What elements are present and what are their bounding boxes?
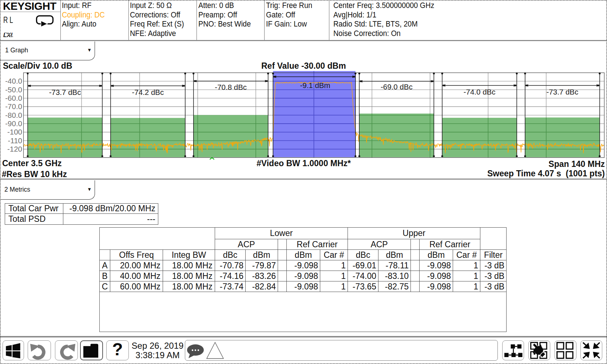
- svg-text:-120: -120: [7, 145, 22, 153]
- svg-text:-73.7 dBc: -73.7 dBc: [49, 88, 81, 96]
- svg-text:-50.0: -50.0: [5, 85, 22, 94]
- svg-text:-100: -100: [7, 128, 22, 136]
- svg-text:-40.0: -40.0: [5, 77, 22, 85]
- svg-text:-110: -110: [8, 136, 22, 145]
- svg-text:-70.0: -70.0: [5, 102, 22, 111]
- svg-text:-60.0: -60.0: [5, 94, 22, 102]
- svg-text:-80.0: -80.0: [5, 111, 22, 119]
- svg-text:-90.0: -90.0: [5, 119, 22, 128]
- svg-text:-70.8 dBc: -70.8 dBc: [215, 83, 247, 91]
- svg-text:-74.2 dBc: -74.2 dBc: [132, 88, 164, 96]
- svg-text:-69.0 dBc: -69.0 dBc: [381, 83, 413, 91]
- svg-text:-9.1 dBm: -9.1 dBm: [300, 81, 330, 89]
- svg-text:-73.7 dBc: -73.7 dBc: [547, 88, 579, 96]
- svg-text:-74.0 dBc: -74.0 dBc: [464, 88, 496, 96]
